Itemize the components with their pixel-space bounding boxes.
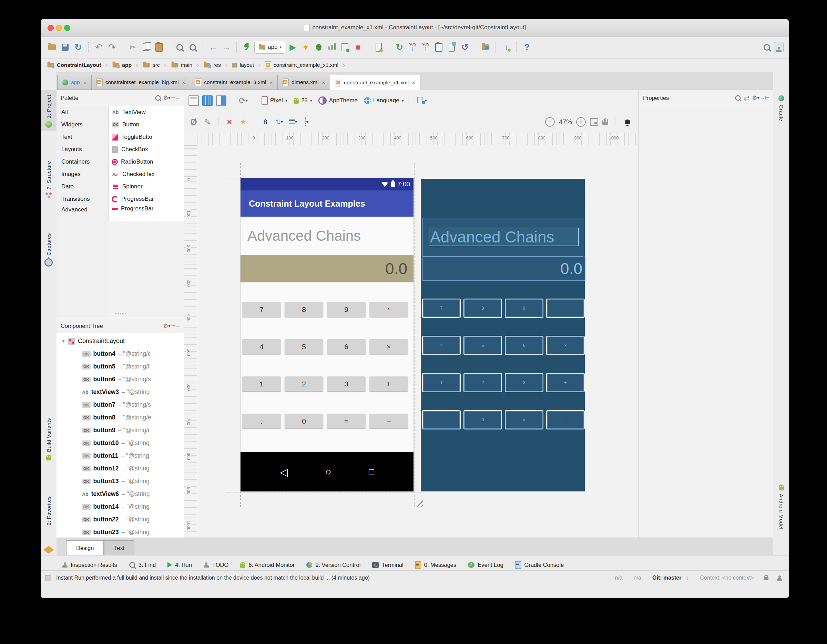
- show-constraints-button[interactable]: Ø: [188, 116, 200, 128]
- palette-category-all[interactable]: All: [56, 106, 108, 118]
- sidebar-item-favorites[interactable]: 2: Favorites: [41, 496, 56, 525]
- blueprint-key-7[interactable]: 7: [422, 299, 461, 318]
- recent-changes-button[interactable]: [446, 41, 457, 53]
- palette-item-checkbox[interactable]: ✓CheckBox: [109, 143, 184, 156]
- zoom-in-button[interactable]: +: [576, 117, 586, 127]
- autoconnect-button[interactable]: ✎: [201, 116, 213, 128]
- guidelines-button[interactable]: ▾: [301, 116, 312, 128]
- api-level-select[interactable]: 25▾: [292, 97, 314, 104]
- cut-button[interactable]: ✂: [127, 41, 139, 53]
- tree-row-button9[interactable]: OKbutton9– "@string/r: [56, 424, 184, 437]
- tab-dimens[interactable]: dimens.xml ×: [278, 75, 330, 90]
- toolwindow-run[interactable]: 4: Run: [167, 562, 192, 568]
- calc-key-dot[interactable]: .: [242, 414, 281, 428]
- properties-settings-button[interactable]: ⚙▾: [751, 93, 760, 102]
- close-icon[interactable]: ×: [412, 79, 415, 86]
- sidebar-item-structure[interactable]: 7: Structure: [41, 161, 56, 198]
- tab-constraint-example-x1[interactable]: constraint_example_x1.xml ×: [330, 75, 420, 90]
- tree-row-constraintlayout[interactable]: ▼ ConstraintLayout: [56, 335, 184, 347]
- palette-category-containers[interactable]: Containers: [56, 156, 108, 168]
- breadcrumb-res[interactable]: res: [202, 62, 222, 68]
- build-button[interactable]: [241, 41, 253, 53]
- layout-variants-button[interactable]: ▾: [416, 95, 428, 106]
- toolwindow-event-log[interactable]: 2Event Log: [468, 562, 503, 568]
- sync-files-button[interactable]: ↻: [72, 41, 84, 53]
- calc-key-1[interactable]: 1: [242, 376, 281, 391]
- default-margin-button[interactable]: 8: [259, 116, 271, 128]
- palette-category-widgets[interactable]: Widgets: [56, 118, 108, 131]
- properties-switch-button[interactable]: ⇄: [742, 93, 751, 102]
- blueprint-view-button[interactable]: [201, 95, 213, 106]
- toolwindow-version-control[interactable]: 9: Version Control: [306, 562, 360, 568]
- tree-row-button6[interactable]: OKbutton6– "@string/s: [56, 373, 184, 386]
- vcs-update-button[interactable]: VCS↓: [407, 41, 418, 53]
- toolwindow-terminal[interactable]: >_Terminal: [372, 562, 403, 568]
- calc-key-9[interactable]: 9: [327, 302, 366, 317]
- calc-key-5[interactable]: 5: [285, 339, 323, 354]
- both-views-button[interactable]: [215, 95, 227, 106]
- undo-button[interactable]: ↶: [93, 41, 105, 53]
- toolwindow-messages[interactable]: 0: Messages: [415, 562, 457, 569]
- find-button[interactable]: [174, 41, 186, 53]
- warnings-bell-icon[interactable]: [625, 120, 630, 124]
- gradle-sync-button[interactable]: ↻: [393, 41, 405, 53]
- palette-item-spinner[interactable]: Spinner: [109, 180, 184, 193]
- tab-text[interactable]: Text: [104, 540, 134, 555]
- blueprint-key-8[interactable]: 8: [463, 299, 502, 318]
- tree-row-button7[interactable]: OKbutton7– "@string/s: [56, 398, 184, 411]
- calc-key-minus[interactable]: –: [370, 414, 408, 428]
- profiler-button[interactable]: [326, 41, 338, 53]
- favorites-star[interactable]: [41, 546, 56, 549]
- panel-splitter[interactable]: [56, 313, 184, 314]
- tree-row-button5[interactable]: OKbutton5– "@string/f: [56, 360, 184, 373]
- calc-key-6[interactable]: 6: [327, 339, 366, 354]
- redo-button[interactable]: ↷: [106, 41, 118, 53]
- tree-row-button4[interactable]: OKbutton4– "@string/c: [56, 347, 184, 360]
- blueprint-key-5[interactable]: 5: [463, 336, 502, 355]
- breadcrumb-file[interactable]: constraint_example_x1.xml: [264, 61, 340, 69]
- help-button[interactable]: ?: [521, 41, 533, 53]
- context-widget[interactable]: Context: <no context>: [700, 575, 754, 581]
- revert-button[interactable]: ↺: [459, 41, 471, 53]
- breadcrumb-main[interactable]: main: [170, 62, 194, 68]
- component-tree-collapse-button[interactable]: ⊣←: [171, 321, 180, 330]
- blueprint-key-9[interactable]: 9: [505, 299, 543, 318]
- copy-button[interactable]: [140, 41, 151, 53]
- infer-constraints-button[interactable]: ★: [237, 116, 249, 128]
- breadcrumb-project[interactable]: ConstraintLayout: [45, 62, 102, 68]
- lock-icon[interactable]: [764, 577, 768, 580]
- calc-key-7[interactable]: 7: [242, 302, 281, 317]
- toolwindow-android-monitor[interactable]: 6: Android Monitor: [240, 562, 295, 568]
- tree-row-button8[interactable]: OKbutton8– "@string/e: [56, 411, 184, 424]
- tab-constraint-example-3[interactable]: constraint_example_3.xml ×: [190, 75, 278, 90]
- align-button[interactable]: ▾: [287, 116, 299, 128]
- instant-run-button[interactable]: [300, 41, 312, 53]
- blueprint-key-6[interactable]: 6: [505, 336, 543, 355]
- stop-button[interactable]: ■: [352, 41, 364, 53]
- sidebar-item-gradle[interactable]: Gradle: [773, 95, 789, 121]
- toggle-toolwindows-button[interactable]: [45, 575, 51, 581]
- blueprint-key-dot[interactable]: .: [422, 410, 461, 429]
- avd-manager-button[interactable]: ↓: [500, 41, 512, 53]
- blueprint-preview[interactable]: Advanced Chains 0.0 7 8 9 ÷ 4 5 6 × 1 2 …: [421, 179, 585, 492]
- tab-app[interactable]: app ×: [57, 75, 91, 90]
- close-icon[interactable]: ×: [322, 79, 325, 86]
- palette-category-date[interactable]: Date: [56, 180, 108, 193]
- show-changes-button[interactable]: [433, 41, 445, 53]
- close-icon[interactable]: ×: [270, 79, 273, 86]
- palette-item-button[interactable]: Button: [109, 118, 184, 131]
- blueprint-display-textview[interactable]: 0.0: [423, 257, 585, 281]
- debug-button[interactable]: [313, 41, 325, 53]
- palette-item-togglebutton[interactable]: ToggleButto: [109, 131, 184, 143]
- tree-row-textview6[interactable]: AbtextView6– "@string: [56, 488, 184, 500]
- palette-search-button[interactable]: [153, 93, 162, 102]
- tree-row-button12[interactable]: OKbutton12– "@string: [56, 462, 184, 475]
- device-select[interactable]: Pixel▾: [259, 96, 289, 105]
- palette-category-images[interactable]: Images: [56, 168, 108, 180]
- component-tree-settings-button[interactable]: ⚙▾: [162, 321, 171, 330]
- blueprint-key-4[interactable]: 4: [422, 336, 461, 355]
- calc-key-4[interactable]: 4: [242, 339, 281, 354]
- sidebar-item-project[interactable]: 1: Project: [41, 90, 56, 131]
- blueprint-key-equals[interactable]: =: [505, 410, 543, 429]
- design-view-button[interactable]: [188, 95, 200, 106]
